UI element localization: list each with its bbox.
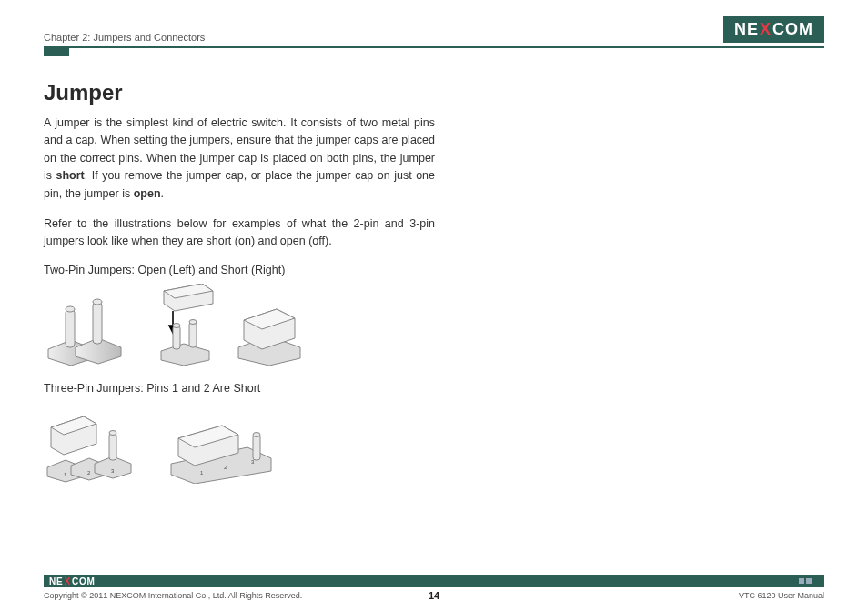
manual-name: VTC 6120 User Manual: [739, 591, 824, 600]
brand-left-b: NE: [49, 576, 64, 586]
brand-x: X: [760, 20, 772, 39]
three-pin-12short-a-icon: 123: [44, 402, 135, 484]
illustration-three-pin-row: 123 123: [44, 402, 435, 484]
p1e: .: [161, 187, 164, 200]
svg-rect-13: [189, 322, 197, 347]
svg-marker-10: [161, 344, 209, 366]
svg-rect-11: [173, 326, 180, 349]
brand-x-b: X: [65, 576, 71, 586]
brand-left: NE: [734, 20, 759, 39]
caption-two-pin: Two-Pin Jumpers: Open (Left) and Short (…: [44, 264, 435, 276]
svg-point-12: [173, 323, 180, 327]
svg-point-24: [109, 430, 116, 435]
header-rule: [44, 46, 824, 48]
caption-three-pin: Three-Pin Jumpers: Pins 1 and 2 Are Shor…: [44, 382, 435, 395]
brand-logo-top: NEXCOM: [723, 16, 824, 43]
svg-rect-23: [109, 433, 116, 460]
paragraph-1: A jumper is the simplest kind of electri…: [44, 115, 435, 203]
footer: NEXCOM Copyright © 2011 NEXCOM Internati…: [44, 575, 824, 600]
page-number: 14: [429, 590, 439, 601]
brand-right-b: COM: [72, 576, 96, 586]
brand-logo-bottom: NEXCOM: [44, 576, 96, 586]
three-pin-12short-b-icon: 123: [166, 411, 275, 484]
two-pin-cap-arrow-icon: [156, 284, 220, 366]
p1-bold-short: short: [56, 169, 85, 182]
chapter-label: Chapter 2: Jumpers and Connectors: [44, 32, 205, 43]
footer-squares-icon: [799, 578, 821, 584]
copyright-text: Copyright © 2011 NEXCOM International Co…: [44, 591, 302, 600]
svg-rect-2: [66, 309, 75, 347]
p1c: . If you remove the jumper cap, or place…: [44, 169, 435, 199]
paragraph-2: Refer to the illustrations below for exa…: [44, 215, 435, 251]
section-title: Jumper: [44, 80, 435, 105]
svg-rect-31: [253, 435, 260, 460]
svg-point-3: [66, 306, 75, 312]
svg-rect-4: [93, 302, 102, 344]
brand-right: COM: [772, 20, 813, 39]
svg-point-5: [93, 299, 102, 305]
two-pin-open-icon: [44, 293, 126, 366]
svg-point-14: [189, 319, 197, 324]
p1-bold-open: open: [134, 187, 161, 200]
two-pin-short-icon: [233, 293, 306, 366]
illustration-two-pin-row: [44, 284, 435, 366]
svg-point-32: [253, 432, 260, 436]
header-tab: [44, 48, 69, 56]
